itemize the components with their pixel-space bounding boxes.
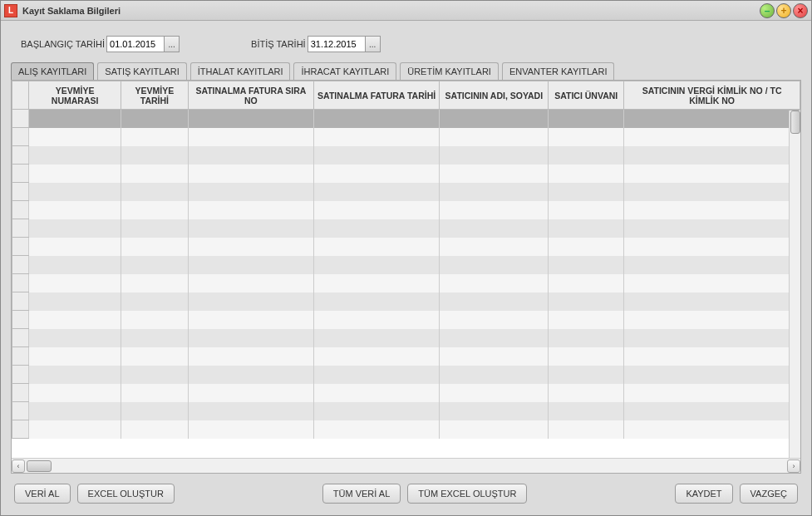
table-row[interactable]: [12, 219, 800, 238]
grid-cell[interactable]: [29, 219, 121, 238]
grid-cell[interactable]: [440, 128, 549, 146]
grid-cell[interactable]: [188, 384, 313, 402]
grid-cell[interactable]: [121, 329, 189, 347]
table-row[interactable]: [12, 165, 800, 183]
column-header[interactable]: YEVMİYE TARİHİ: [121, 81, 189, 110]
grid-cell[interactable]: [188, 201, 313, 219]
grid-cell[interactable]: [314, 311, 440, 329]
grid-cell[interactable]: [549, 219, 624, 238]
close-icon[interactable]: ×: [793, 3, 808, 18]
grid-cell[interactable]: [549, 183, 624, 201]
table-row[interactable]: [12, 128, 800, 146]
grid-cell[interactable]: [624, 347, 800, 366]
grid-cell[interactable]: [314, 256, 440, 274]
grid-cell[interactable]: [549, 347, 624, 366]
grid-cell[interactable]: [188, 256, 313, 274]
grid-cell[interactable]: [440, 347, 549, 366]
grid-cell[interactable]: [549, 201, 624, 219]
grid-cell[interactable]: [624, 256, 800, 274]
grid-cell[interactable]: [549, 274, 624, 292]
tab-0[interactable]: ALIŞ KAYITLARI: [11, 62, 94, 80]
grid-cell[interactable]: [29, 311, 121, 329]
veri-al-button[interactable]: VERİ AL: [14, 484, 71, 504]
grid-cell[interactable]: [121, 347, 189, 366]
grid-cell[interactable]: [121, 274, 189, 292]
grid-cell[interactable]: [314, 329, 440, 347]
grid-cell[interactable]: [188, 347, 313, 366]
grid-cell[interactable]: [121, 384, 189, 402]
grid-cell[interactable]: [188, 292, 313, 311]
grid-cell[interactable]: [549, 238, 624, 256]
grid-cell[interactable]: [188, 110, 313, 128]
grid-cell[interactable]: [121, 110, 189, 128]
table-row[interactable]: [12, 256, 800, 274]
grid-cell[interactable]: [29, 384, 121, 402]
column-header[interactable]: SATICI ÜNVANI: [549, 81, 624, 110]
start-date-input[interactable]: [106, 36, 165, 52]
tab-2[interactable]: İTHALAT KAYITLARI: [190, 62, 291, 80]
grid-cell[interactable]: [314, 366, 440, 384]
grid-cell[interactable]: [188, 366, 313, 384]
scroll-track[interactable]: [27, 460, 785, 472]
vertical-scroll-thumb[interactable]: [790, 111, 800, 134]
grid-cell[interactable]: [314, 420, 440, 439]
tab-1[interactable]: SATIŞ KAYITLARI: [97, 62, 186, 80]
column-header[interactable]: SATINALMA FATURA TARİHİ: [314, 81, 440, 110]
horizontal-scrollbar[interactable]: ‹ ›: [12, 458, 800, 473]
grid-cell[interactable]: [29, 128, 121, 146]
grid-cell[interactable]: [440, 366, 549, 384]
grid-cell[interactable]: [624, 183, 800, 201]
grid-cell[interactable]: [314, 165, 440, 183]
grid-cell[interactable]: [624, 402, 800, 420]
kaydet-button[interactable]: KAYDET: [675, 484, 732, 504]
grid-cell[interactable]: [29, 165, 121, 183]
grid-cell[interactable]: [29, 110, 121, 128]
grid-cell[interactable]: [314, 347, 440, 366]
grid-cell[interactable]: [314, 402, 440, 420]
grid-cell[interactable]: [29, 274, 121, 292]
scroll-right-icon[interactable]: ›: [787, 459, 800, 473]
grid-cell[interactable]: [314, 128, 440, 146]
table-row[interactable]: [12, 201, 800, 219]
grid-cell[interactable]: [624, 366, 800, 384]
grid-cell[interactable]: [549, 420, 624, 439]
grid-cell[interactable]: [440, 238, 549, 256]
excel-olustur-button[interactable]: EXCEL OLUŞTUR: [77, 484, 175, 504]
grid-cell[interactable]: [440, 219, 549, 238]
grid-cell[interactable]: [624, 329, 800, 347]
grid-cell[interactable]: [440, 329, 549, 347]
grid-cell[interactable]: [121, 165, 189, 183]
table-row[interactable]: [12, 274, 800, 292]
grid-cell[interactable]: [121, 238, 189, 256]
grid-cell[interactable]: [121, 420, 189, 439]
grid-cell[interactable]: [549, 329, 624, 347]
grid-cell[interactable]: [549, 256, 624, 274]
grid-cell[interactable]: [314, 110, 440, 128]
horizontal-scroll-thumb[interactable]: [27, 460, 52, 472]
grid-cell[interactable]: [314, 219, 440, 238]
tab-4[interactable]: ÜRETİM KAYITLARI: [400, 62, 499, 80]
grid-cell[interactable]: [549, 110, 624, 128]
table-row[interactable]: [12, 402, 800, 420]
grid-cell[interactable]: [314, 183, 440, 201]
grid-cell[interactable]: [549, 165, 624, 183]
grid-cell[interactable]: [314, 384, 440, 402]
table-row[interactable]: [12, 110, 800, 128]
table-row[interactable]: [12, 238, 800, 256]
grid-cell[interactable]: [549, 292, 624, 311]
grid-cell[interactable]: [624, 146, 800, 165]
vertical-scrollbar[interactable]: [789, 111, 800, 458]
grid-cell[interactable]: [29, 329, 121, 347]
table-row[interactable]: [12, 366, 800, 384]
grid-cell[interactable]: [624, 165, 800, 183]
grid-cell[interactable]: [314, 238, 440, 256]
grid-cell[interactable]: [624, 219, 800, 238]
grid-cell[interactable]: [29, 366, 121, 384]
grid-cell[interactable]: [440, 201, 549, 219]
table-row[interactable]: [12, 329, 800, 347]
grid-cell[interactable]: [440, 256, 549, 274]
column-header[interactable]: YEVMİYE NUMARASI: [29, 81, 121, 110]
table-row[interactable]: [12, 146, 800, 165]
tab-5[interactable]: ENVANTER KAYITLARI: [502, 62, 615, 80]
table-row[interactable]: [12, 347, 800, 366]
